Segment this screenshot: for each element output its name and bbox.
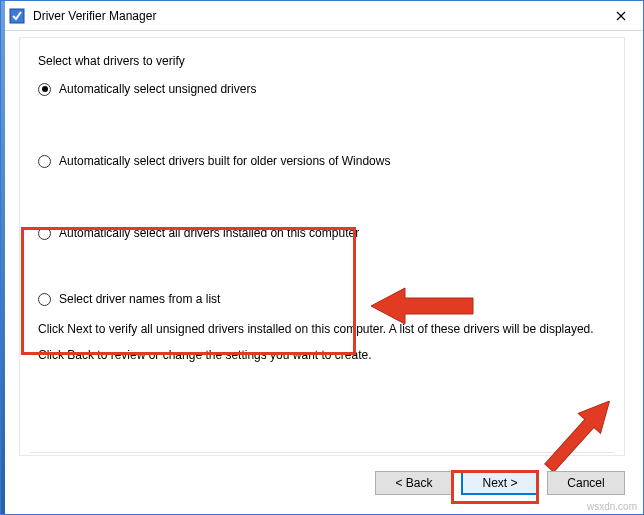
titlebar: Driver Verifier Manager	[1, 1, 643, 31]
hint-text: Click Next to verify all unsigned driver…	[38, 320, 606, 364]
radio-icon	[38, 155, 51, 168]
option-label: Automatically select drivers built for o…	[59, 154, 390, 168]
window-left-accent	[1, 1, 5, 514]
close-button[interactable]	[598, 1, 643, 31]
radio-icon	[38, 83, 51, 96]
watermark: wsxdn.com	[587, 501, 637, 512]
back-button[interactable]: < Back	[375, 471, 453, 495]
next-button[interactable]: Next >	[461, 471, 539, 495]
option-older-windows[interactable]: Automatically select drivers built for o…	[38, 154, 606, 168]
radio-icon	[38, 293, 51, 306]
close-icon	[616, 11, 626, 21]
option-label: Automatically select all drivers install…	[59, 226, 359, 240]
divider	[30, 452, 614, 453]
cancel-button[interactable]: Cancel	[547, 471, 625, 495]
option-all-drivers[interactable]: Automatically select all drivers install…	[38, 226, 606, 240]
app-icon	[9, 8, 25, 24]
option-unsigned-drivers[interactable]: Automatically select unsigned drivers	[38, 82, 606, 96]
hint-line2: Click Back to review or change the setti…	[38, 346, 606, 364]
prompt-label: Select what drivers to verify	[38, 54, 606, 68]
hint-line1: Click Next to verify all unsigned driver…	[38, 320, 606, 338]
option-label: Select driver names from a list	[59, 292, 220, 306]
option-select-from-list[interactable]: Select driver names from a list	[38, 292, 606, 306]
option-label: Automatically select unsigned drivers	[59, 82, 256, 96]
radio-icon	[38, 227, 51, 240]
window-title: Driver Verifier Manager	[33, 9, 156, 23]
button-bar: < Back Next > Cancel	[19, 466, 625, 500]
wizard-content: Select what drivers to verify Automatica…	[19, 37, 625, 456]
